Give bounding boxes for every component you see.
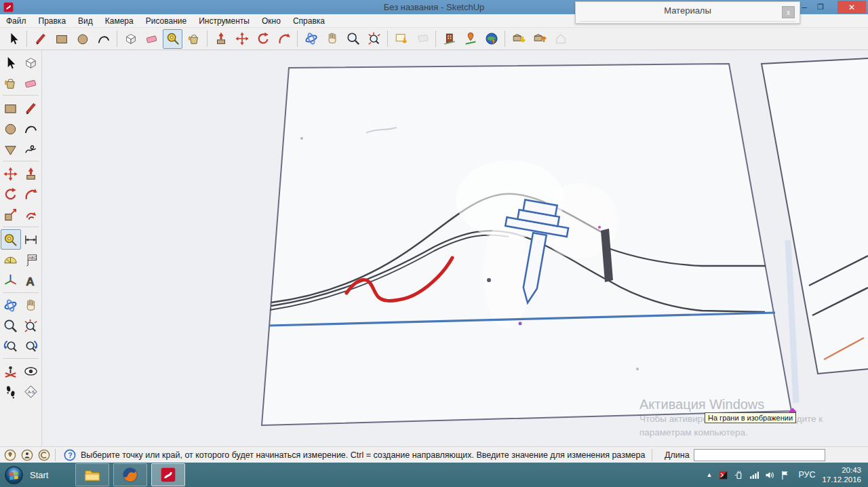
top-toolbar bbox=[0, 27, 868, 50]
materials-close-button[interactable]: x bbox=[782, 6, 795, 18]
palette-button-push-pull[interactable] bbox=[21, 163, 41, 184]
toolbar-button-line[interactable] bbox=[31, 29, 50, 49]
line-icon bbox=[23, 100, 39, 116]
windows-orb-icon bbox=[4, 465, 24, 485]
tray-icon-power[interactable] bbox=[733, 469, 745, 481]
palette-button-zoom-extents[interactable] bbox=[21, 315, 41, 336]
toolbar-button-toggle-terrain[interactable] bbox=[412, 29, 432, 49]
toolbar-button-component-house[interactable] bbox=[551, 29, 570, 49]
toolbar-button-photo-textures[interactable] bbox=[439, 29, 459, 49]
toolbar-button-make-component[interactable] bbox=[121, 29, 140, 49]
menu-item-view[interactable]: Вид bbox=[72, 14, 99, 27]
tray-icon-network[interactable] bbox=[749, 469, 760, 481]
toolbar-button-follow-me[interactable] bbox=[274, 29, 294, 49]
palette-button-freehand[interactable] bbox=[21, 138, 41, 159]
toolbar-button-select[interactable] bbox=[3, 29, 23, 49]
palette-button-line[interactable] bbox=[21, 98, 41, 118]
palette-button-polygon[interactable] bbox=[1, 138, 21, 159]
restore-button[interactable]: ❐ bbox=[812, 0, 829, 14]
palette-button-offset[interactable] bbox=[21, 204, 41, 225]
help-icon[interactable]: ? bbox=[63, 448, 77, 462]
palette-button-follow-me[interactable] bbox=[21, 184, 41, 204]
close-button[interactable]: ✕ bbox=[837, 1, 866, 14]
model-scene bbox=[42, 50, 868, 446]
palette-button-zoom[interactable] bbox=[1, 315, 21, 336]
palette-button-rectangle[interactable] bbox=[1, 98, 21, 118]
toolbar-button-tape-measure[interactable] bbox=[163, 29, 182, 49]
toolbar-button-preview-model[interactable] bbox=[460, 29, 480, 49]
clock[interactable]: 20:43 17.12.2016 bbox=[822, 465, 861, 484]
palette-button-tape-measure[interactable] bbox=[1, 229, 21, 250]
toolbar-button-push-pull[interactable] bbox=[211, 29, 231, 49]
toolbar-button-share-models[interactable] bbox=[530, 29, 549, 49]
toolbar-button-rotate[interactable] bbox=[253, 29, 273, 49]
palette-button-make-component[interactable] bbox=[21, 52, 41, 73]
palette-button-rotate[interactable] bbox=[1, 184, 21, 204]
toolbar-button-pan[interactable] bbox=[322, 29, 342, 49]
palette-button-look-around[interactable] bbox=[21, 361, 41, 381]
toolbar-button-orbit[interactable] bbox=[301, 29, 321, 49]
palette-button-paint-bucket[interactable] bbox=[1, 73, 21, 93]
palette-button-previous[interactable] bbox=[1, 336, 21, 356]
palette-button-section-plane[interactable]: A-S bbox=[21, 381, 41, 402]
toolbar-button-zoom[interactable] bbox=[343, 29, 363, 49]
tray-icon-kaspersky[interactable] bbox=[717, 469, 729, 481]
orbit-icon bbox=[304, 31, 319, 46]
tray-expand-icon[interactable]: ▲ bbox=[706, 471, 712, 478]
zoom-extents-icon bbox=[23, 318, 39, 334]
paper-image-2 bbox=[762, 58, 868, 374]
menu-item-window[interactable]: Окно bbox=[256, 14, 287, 27]
palette-button-arc[interactable] bbox=[21, 118, 41, 138]
move-icon bbox=[235, 31, 250, 46]
statusbar-icon-geolocation[interactable] bbox=[3, 448, 17, 462]
palette-button-orbit[interactable] bbox=[1, 295, 21, 315]
toolbar-button-get-models[interactable] bbox=[509, 29, 528, 49]
palette-separator bbox=[3, 292, 39, 293]
menu-item-draw[interactable]: Рисование bbox=[140, 14, 193, 27]
palette-button-move[interactable] bbox=[1, 163, 21, 184]
menu-item-tools[interactable]: Инструменты bbox=[193, 14, 256, 27]
toolbar-button-zoom-extents[interactable] bbox=[364, 29, 384, 49]
palette-button-select[interactable] bbox=[1, 52, 21, 73]
palette-button-next[interactable] bbox=[21, 336, 41, 356]
palette-button-eraser[interactable] bbox=[21, 73, 41, 93]
toolbar-button-circle[interactable] bbox=[73, 29, 92, 49]
taskbar-app-file-explorer[interactable] bbox=[75, 463, 109, 486]
palette-button-3d-text[interactable]: A bbox=[21, 270, 41, 290]
eraser-icon bbox=[144, 31, 159, 46]
menu-item-file[interactable]: Файл bbox=[0, 14, 33, 27]
toolbar-button-add-location[interactable] bbox=[391, 29, 411, 49]
menu-item-help[interactable]: Справка bbox=[287, 14, 331, 27]
toggle-terrain-icon bbox=[415, 31, 430, 46]
tray-icon-action-center[interactable] bbox=[780, 469, 791, 481]
taskbar-app-firefox[interactable] bbox=[113, 463, 147, 486]
toolbar-button-move[interactable] bbox=[232, 29, 252, 49]
menu-item-edit[interactable]: Правка bbox=[33, 14, 73, 27]
taskbar-app-sketchup[interactable] bbox=[151, 463, 185, 486]
toolbar-button-paint-bucket[interactable] bbox=[184, 29, 203, 49]
palette-button-text[interactable]: ABC bbox=[21, 250, 41, 270]
palette-button-pan[interactable] bbox=[21, 295, 41, 315]
toolbar-button-eraser[interactable] bbox=[142, 29, 161, 49]
toolbar-button-arc[interactable] bbox=[94, 29, 113, 49]
svg-text:A-S: A-S bbox=[28, 389, 35, 393]
toolbar-button-rectangle[interactable] bbox=[52, 29, 71, 49]
follow-me-icon bbox=[277, 31, 292, 46]
drawing-canvas[interactable]: Активация Windows Чтобы активировать Win… bbox=[42, 50, 868, 446]
palette-button-axes[interactable] bbox=[1, 270, 21, 290]
statusbar-icon-credits[interactable] bbox=[37, 448, 51, 462]
palette-button-scale[interactable] bbox=[1, 204, 21, 225]
palette-button-walk[interactable] bbox=[1, 381, 21, 402]
menu-item-camera[interactable]: Камера bbox=[99, 14, 140, 27]
palette-button-circle[interactable] bbox=[1, 118, 21, 138]
language-indicator[interactable]: РУС bbox=[798, 470, 815, 480]
palette-button-dimensions[interactable] bbox=[21, 229, 41, 250]
palette-separator bbox=[3, 95, 39, 96]
start-button[interactable]: Start bbox=[4, 465, 48, 485]
tray-icon-volume[interactable] bbox=[764, 469, 776, 481]
toolbar-button-google-earth[interactable] bbox=[481, 29, 501, 49]
measurement-input[interactable] bbox=[694, 449, 825, 461]
palette-button-position-camera[interactable] bbox=[1, 361, 21, 381]
palette-button-protractor[interactable] bbox=[1, 250, 21, 270]
statusbar-icon-claim-credit[interactable] bbox=[20, 448, 34, 462]
